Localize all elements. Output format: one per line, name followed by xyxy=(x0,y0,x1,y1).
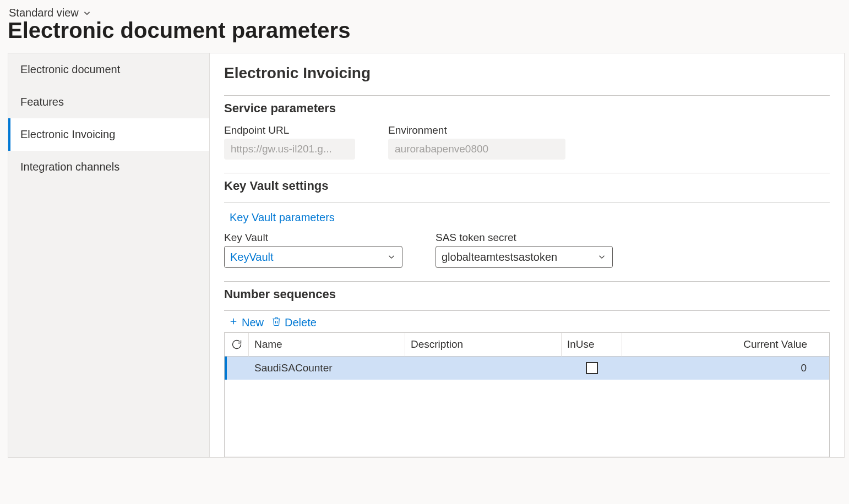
sidebar: Electronic document Features Electronic … xyxy=(8,53,209,458)
number-sequences-grid: Name Description InUse Current Value Sau… xyxy=(224,332,830,457)
delete-button[interactable]: Delete xyxy=(271,316,317,329)
grid-col-name[interactable]: Name xyxy=(249,333,405,357)
new-button-label: New xyxy=(242,316,264,329)
grid-col-inuse[interactable]: InUse xyxy=(562,333,622,357)
page-title: Electronic document parameters xyxy=(7,18,842,43)
trash-icon xyxy=(271,316,281,329)
section-divider xyxy=(224,95,830,96)
grid-cell-name[interactable]: SaudiSACounter xyxy=(249,357,405,380)
sidebar-item-electronic-invoicing[interactable]: Electronic Invoicing xyxy=(8,118,209,151)
sas-token-dropdown[interactable]: globalteamtestsastoken xyxy=(436,246,613,268)
grid-row[interactable]: SaudiSACounter 0 xyxy=(225,357,829,380)
chevron-down-icon xyxy=(82,8,92,18)
grid-col-current-value[interactable]: Current Value xyxy=(622,333,829,357)
grid-cell-description[interactable] xyxy=(405,357,562,380)
grid-cell-selector[interactable] xyxy=(227,357,249,380)
sidebar-item-integration-channels[interactable]: Integration channels xyxy=(8,151,209,183)
sidebar-item-label: Integration channels xyxy=(20,161,119,173)
view-toggle[interactable]: Standard view xyxy=(7,7,92,19)
key-vault-value: KeyVault xyxy=(230,251,274,264)
section-heading-key-vault: Key Vault settings xyxy=(224,179,830,193)
section-divider xyxy=(224,281,830,282)
environment-label: Environment xyxy=(388,124,565,136)
plus-icon xyxy=(228,316,238,329)
environment-field: aurorabapenve0800 xyxy=(388,139,565,160)
grid-refresh-button[interactable] xyxy=(225,333,249,357)
grid-empty-area xyxy=(225,380,829,457)
new-button[interactable]: New xyxy=(228,316,264,329)
sidebar-item-features[interactable]: Features xyxy=(8,86,209,118)
view-toggle-label: Standard view xyxy=(9,7,79,19)
section-heading-number-sequences: Number sequences xyxy=(224,287,830,302)
chevron-down-icon xyxy=(597,252,607,262)
sidebar-item-electronic-document[interactable]: Electronic document xyxy=(8,53,209,86)
checkbox-icon[interactable] xyxy=(586,362,598,374)
endpoint-url-label: Endpoint URL xyxy=(224,124,355,136)
grid-cell-inuse[interactable] xyxy=(562,357,622,380)
section-heading-service-parameters: Service parameters xyxy=(224,101,830,116)
key-vault-parameters-link[interactable]: Key Vault parameters xyxy=(224,208,340,232)
sidebar-item-label: Features xyxy=(20,96,64,108)
sidebar-item-label: Electronic Invoicing xyxy=(20,128,115,140)
main-title: Electronic Invoicing xyxy=(224,64,830,82)
refresh-icon xyxy=(231,339,242,350)
endpoint-url-field: https://gw.us-il201.g... xyxy=(224,139,355,160)
grid-col-description[interactable]: Description xyxy=(405,333,562,357)
section-divider xyxy=(224,173,830,173)
environment-value: aurorabapenve0800 xyxy=(395,143,488,155)
main-panel: Electronic Invoicing Service parameters … xyxy=(209,53,845,458)
grid-cell-current-value[interactable]: 0 xyxy=(622,357,829,380)
delete-button-label: Delete xyxy=(285,316,317,329)
sas-token-label: SAS token secret xyxy=(436,232,613,244)
endpoint-url-value: https://gw.us-il201.g... xyxy=(231,143,332,155)
sas-token-value: globalteamtestsastoken xyxy=(442,251,557,264)
section-divider xyxy=(224,202,830,202)
chevron-down-icon xyxy=(387,252,396,262)
key-vault-dropdown[interactable]: KeyVault xyxy=(224,246,402,268)
grid-header-row: Name Description InUse Current Value xyxy=(225,333,829,357)
key-vault-label: Key Vault xyxy=(224,232,402,244)
sidebar-item-label: Electronic document xyxy=(20,63,120,75)
section-divider xyxy=(224,310,830,311)
